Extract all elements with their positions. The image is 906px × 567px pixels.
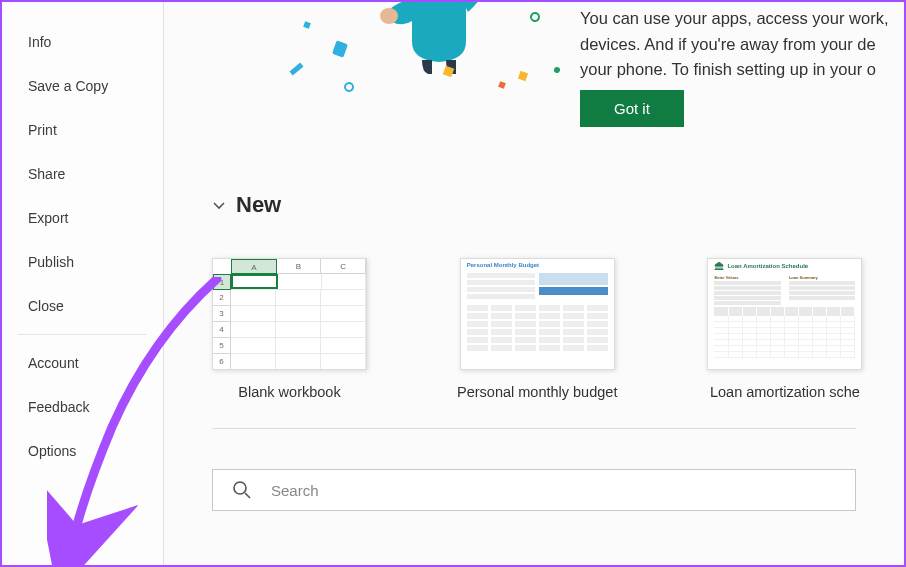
sidebar-item-info[interactable]: Info [2, 20, 163, 64]
hero-illustration [244, 2, 584, 122]
row-header: 5 [213, 338, 231, 354]
main-content: You can use your apps, access your work,… [164, 2, 904, 565]
thumb-title: Loan Amortization Schedule [727, 263, 808, 269]
template-personal-monthly-budget[interactable]: Personal Monthly Budget [457, 258, 617, 400]
row-header: 1 [213, 274, 231, 290]
hero-text-line1: You can use your apps, access your work, [580, 6, 888, 32]
template-blank-workbook[interactable]: A B C 1 2 3 4 5 6 [212, 258, 367, 400]
row-header: 2 [213, 290, 231, 306]
row-header: 6 [213, 354, 231, 370]
col-header: A [231, 259, 277, 274]
svg-line-3 [245, 493, 250, 498]
template-loan-amortization-schedule[interactable]: Loan Amortization Schedule Enter Values … [707, 258, 862, 400]
row-header: 3 [213, 306, 231, 322]
sidebar-item-share[interactable]: Share [2, 152, 163, 196]
sidebar-item-feedback[interactable]: Feedback [2, 385, 163, 429]
sidebar-item-print[interactable]: Print [2, 108, 163, 152]
col-header: C [321, 259, 366, 274]
thumb-title: Personal Monthly Budget [461, 259, 614, 271]
new-section-title: New [236, 192, 281, 218]
section-divider [212, 428, 856, 429]
person-waving-icon [374, 2, 504, 77]
search-container [212, 469, 856, 511]
hero-text: You can use your apps, access your work,… [580, 6, 888, 83]
template-thumbnail: Personal Monthly Budget [460, 258, 615, 370]
svg-point-1 [380, 8, 398, 24]
search-input[interactable] [212, 469, 856, 511]
sidebar-item-publish[interactable]: Publish [2, 240, 163, 284]
thumb-col-label: Enter Values [714, 275, 781, 280]
template-label: Loan amortization sche [710, 384, 860, 400]
search-icon [232, 480, 252, 504]
thumb-col-label: Loan Summary [789, 275, 856, 280]
sidebar-item-save-a-copy[interactable]: Save a Copy [2, 64, 163, 108]
hero-banner: You can use your apps, access your work,… [164, 2, 904, 162]
sidebar-item-account[interactable]: Account [2, 341, 163, 385]
template-thumbnail: Loan Amortization Schedule Enter Values … [707, 258, 862, 370]
hero-text-line3: your phone. To finish setting up in your… [580, 57, 888, 83]
got-it-button[interactable]: Got it [580, 90, 684, 127]
sidebar-separator [18, 334, 147, 335]
hero-text-line2: devices. And if you're away from your de [580, 32, 888, 58]
sidebar-item-options[interactable]: Options [2, 429, 163, 473]
chevron-down-icon [212, 198, 226, 212]
row-header: 4 [213, 322, 231, 338]
bank-icon [714, 262, 724, 270]
sidebar-item-export[interactable]: Export [2, 196, 163, 240]
template-label: Blank workbook [238, 384, 340, 400]
svg-point-2 [234, 482, 246, 494]
template-label: Personal monthly budget [457, 384, 617, 400]
col-header: B [277, 259, 322, 274]
sidebar-item-close[interactable]: Close [2, 284, 163, 328]
new-section-header[interactable]: New [212, 192, 856, 218]
backstage-sidebar: Info Save a Copy Print Share Export Publ… [2, 2, 164, 565]
template-thumbnail: A B C 1 2 3 4 5 6 [212, 258, 367, 370]
